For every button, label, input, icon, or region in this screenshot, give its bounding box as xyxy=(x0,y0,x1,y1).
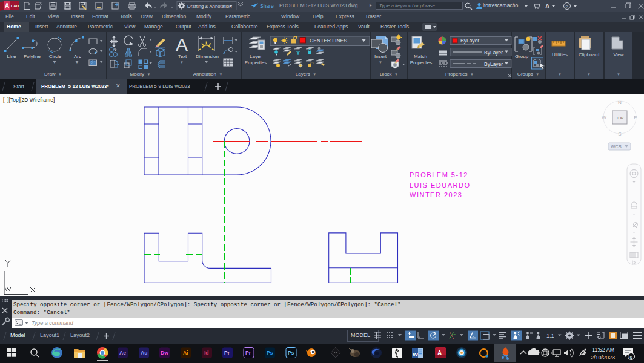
svg-text:ByLayer: ByLayer xyxy=(484,61,503,67)
svg-text:Ps: Ps xyxy=(288,350,294,356)
svg-text:Ai: Ai xyxy=(183,350,188,356)
svg-text:TOP: TOP xyxy=(616,116,623,120)
svg-text:LUIS EDUARDO: LUIS EDUARDO xyxy=(410,182,471,189)
svg-text:E: E xyxy=(634,115,637,120)
svg-text:11:52 AM: 11:52 AM xyxy=(592,347,614,353)
svg-text:A: A xyxy=(5,2,9,9)
svg-text:A: A xyxy=(545,3,549,10)
svg-text:A: A xyxy=(176,34,188,54)
svg-text:Pr: Pr xyxy=(224,350,230,356)
svg-text:W: W xyxy=(602,115,606,120)
svg-text:A: A xyxy=(437,350,442,356)
svg-text:Ae: Ae xyxy=(119,350,126,356)
svg-text:CAD: CAD xyxy=(11,4,19,8)
svg-text:2/10/2023: 2/10/2023 xyxy=(591,355,615,361)
svg-text:Ps: Ps xyxy=(267,350,273,356)
svg-text:W: W xyxy=(413,351,418,358)
svg-text:PROBLEM 5-12: PROBLEM 5-12 xyxy=(410,171,468,178)
svg-text:ByLayer: ByLayer xyxy=(460,38,479,44)
svg-text:Dw: Dw xyxy=(161,350,168,356)
svg-text:WCS: WCS xyxy=(611,144,622,149)
svg-text:6: 6 xyxy=(630,355,633,360)
svg-text:ByLayer: ByLayer xyxy=(484,50,503,56)
svg-text:Share: Share xyxy=(260,3,274,9)
svg-text:WINTER 2023: WINTER 2023 xyxy=(410,191,462,198)
svg-text:CENTER LINES: CENTER LINES xyxy=(310,38,347,44)
svg-text:Pr: Pr xyxy=(245,350,251,356)
svg-text:Au: Au xyxy=(141,350,147,356)
svg-text:Drafting & Annotation: Drafting & Annotation xyxy=(187,4,232,9)
svg-text:?: ? xyxy=(565,4,568,10)
svg-text:N: N xyxy=(618,100,622,105)
svg-text:1:1: 1:1 xyxy=(546,333,554,339)
svg-text:Id: Id xyxy=(204,350,209,356)
svg-text:S: S xyxy=(618,131,621,137)
